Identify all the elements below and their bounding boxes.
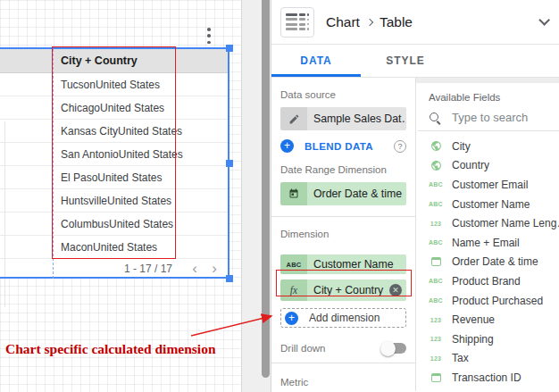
field-label: City <box>452 140 471 153</box>
table-row[interactable]: Kansas CityUnited States <box>0 120 229 143</box>
field-item[interactable]: ABC Product Brand <box>416 271 559 291</box>
tab-data[interactable]: DATA <box>271 45 361 77</box>
table-chart[interactable]: City + Country TucsonUnited States Chica… <box>0 48 229 279</box>
fields-list: City Country ABC Customer Email ABC <box>416 137 559 388</box>
text-type-icon: ABC <box>280 254 307 274</box>
field-label: Customer Name Leng… <box>452 217 559 229</box>
add-dimension-label: Add dimension <box>309 312 380 324</box>
field-item[interactable]: City <box>416 137 559 156</box>
tab-style[interactable]: STYLE <box>361 45 450 77</box>
field-label: Country <box>452 159 489 171</box>
drill-down-toggle[interactable] <box>383 343 406 354</box>
field-label: Name + Email <box>452 237 520 249</box>
remove-dimension-icon[interactable]: ✕ <box>389 284 402 296</box>
table-row[interactable]: HuntsvilleUnited States <box>0 189 229 213</box>
field-label: Customer Name <box>452 198 530 211</box>
dimension-label: Dimension <box>280 229 406 239</box>
dimension-chip-city-country[interactable]: fx City + Country ✕ <box>280 279 406 301</box>
edit-pencil-icon[interactable] <box>280 107 307 130</box>
selection-handle-top-right[interactable] <box>226 45 233 52</box>
chart-options-kebab-icon[interactable] <box>206 28 212 44</box>
dimension-chip-label: Customer Name <box>307 254 406 274</box>
field-type-icon: ABC <box>427 297 445 304</box>
field-item[interactable]: 123 Shipping <box>416 329 559 349</box>
breadcrumb-chart[interactable]: Chart <box>326 14 360 30</box>
field-search-input[interactable] <box>452 111 550 124</box>
table-cell-value: ColumbusUnited States <box>61 218 173 230</box>
fields-panel-top-band <box>416 78 559 83</box>
field-label: Shipping <box>452 333 494 346</box>
drill-down-row: Drill down <box>280 343 406 354</box>
pagination-prev-icon[interactable]: ‹ <box>185 261 204 277</box>
table-row[interactable]: TucsonUnited States <box>0 73 229 96</box>
table-cell-value: ChicagoUnited States <box>61 102 164 114</box>
breadcrumb-separator-icon <box>366 18 373 25</box>
data-source-chip[interactable]: Sample Sales Dat… <box>280 107 406 130</box>
date-range-dimension-label: Date Range Dimension <box>280 164 406 175</box>
properties-panel: Chart Table DATA STYLE Data source Sampl… <box>271 0 559 392</box>
help-icon[interactable]: ? <box>394 140 406 153</box>
section-divider <box>271 216 415 217</box>
table-row[interactable]: ColumbusUnited States <box>0 213 229 236</box>
field-type-icon: 123 <box>427 355 445 362</box>
available-fields-panel: Available Fields City Country <box>416 78 559 391</box>
field-item[interactable]: 123 Revenue <box>416 310 559 329</box>
table-cell-value: MaconUnited States <box>61 241 157 254</box>
field-type-icon: ABC <box>427 239 445 246</box>
section-divider <box>271 363 415 363</box>
table-column-divider <box>4 121 5 307</box>
table-cell-value: San AntonioUnited States <box>61 148 183 161</box>
field-label: Tax <box>452 352 469 364</box>
breadcrumb-table[interactable]: Table <box>380 14 413 30</box>
field-item[interactable]: ABC Customer Email <box>416 175 559 195</box>
field-item[interactable]: ABC Name + Email <box>416 233 559 253</box>
selection-handle-bottom-right[interactable] <box>226 275 233 282</box>
breadcrumb: Chart Table <box>326 14 413 30</box>
field-label: Product Brand <box>452 275 521 288</box>
add-dimension-button[interactable]: + Add dimension <box>280 308 406 328</box>
field-type-icon <box>427 160 445 171</box>
field-item[interactable]: ABC Product Purchased <box>416 291 559 311</box>
table-rows: TucsonUnited States ChicagoUnited States… <box>0 73 229 259</box>
panel-tabs: DATA STYLE <box>271 45 559 78</box>
panel-header: Chart Table <box>271 0 559 45</box>
metric-label: Metric <box>280 377 406 388</box>
calendar-icon <box>280 182 307 205</box>
blend-data-row: + BLEND DATA ? <box>280 139 406 153</box>
table-row[interactable]: San AntonioUnited States <box>0 143 229 166</box>
table-row[interactable]: MaconUnited States <box>0 236 229 259</box>
table-row[interactable]: El PasoUnited States <box>0 166 229 189</box>
plus-icon: + <box>285 312 298 325</box>
pagination-range-label: 1 - 17 / 17 <box>124 263 172 275</box>
field-type-icon <box>427 140 445 152</box>
chevron-down-icon[interactable] <box>538 14 550 26</box>
field-item[interactable]: Order Date & time <box>416 253 559 272</box>
report-canvas[interactable]: City + Country TucsonUnited States Chica… <box>0 0 241 392</box>
panel-scrollbar[interactable] <box>262 0 270 378</box>
field-type-icon <box>427 257 445 266</box>
selection-handle-mid-right[interactable] <box>226 160 233 167</box>
dimension-chip-customer-name[interactable]: ABC Customer Name <box>280 254 406 274</box>
table-header-cell[interactable]: City + Country <box>0 48 229 73</box>
table-row[interactable]: ChicagoUnited States <box>0 96 229 120</box>
pagination-next-icon[interactable]: › <box>204 261 224 277</box>
dimension-chip-label: City + Country <box>307 279 389 301</box>
search-icon <box>429 112 441 124</box>
field-type-icon: ABC <box>427 201 445 207</box>
field-item[interactable]: 123 Tax <box>416 349 559 369</box>
field-label: Customer Email <box>452 179 528 191</box>
table-cell-value: HuntsvilleUnited States <box>61 195 171 207</box>
field-type-icon <box>427 373 445 382</box>
field-search-row <box>418 111 559 131</box>
plus-icon[interactable]: + <box>280 139 294 153</box>
field-item[interactable]: Country <box>416 156 559 176</box>
table-header-label: City + Country <box>61 54 138 67</box>
field-label: Transaction ID <box>452 371 521 384</box>
field-item[interactable]: ABC Customer Name <box>416 195 559 214</box>
field-label: Revenue <box>452 313 495 326</box>
blend-data-button[interactable]: BLEND DATA <box>305 141 373 152</box>
date-range-chip[interactable]: Order Date & time <box>280 182 406 205</box>
data-source-name: Sample Sales Dat… <box>307 107 406 130</box>
field-item[interactable]: 123 Customer Name Leng… <box>416 213 559 233</box>
field-item[interactable]: Transaction ID <box>416 368 559 388</box>
